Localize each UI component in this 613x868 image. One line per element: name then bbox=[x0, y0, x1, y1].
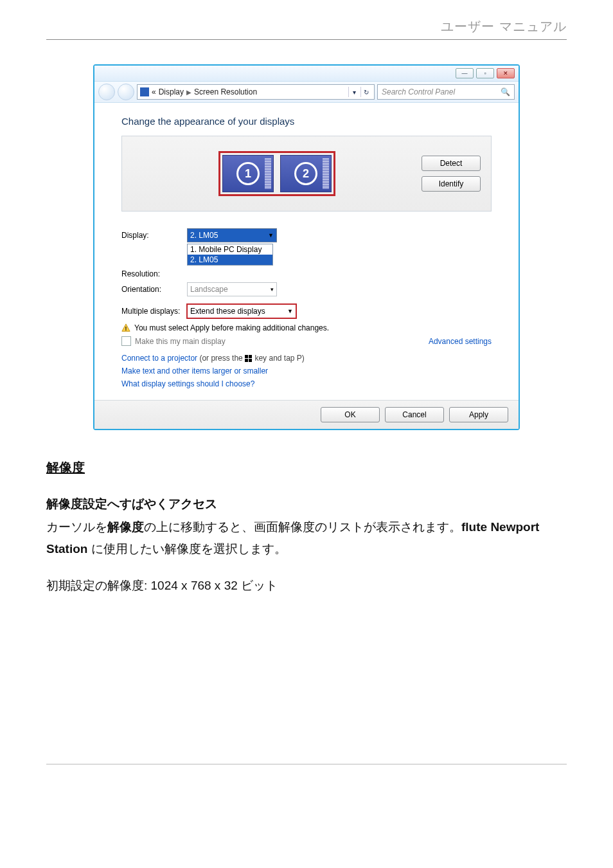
orientation-dropdown[interactable]: Landscape ▾ bbox=[187, 282, 277, 296]
windows-key-icon bbox=[245, 355, 253, 363]
multiple-displays-dropdown[interactable]: Extend these displays ▼ bbox=[187, 304, 296, 318]
identify-button[interactable]: Identify bbox=[422, 176, 481, 192]
display-dropdown-value: 2. LM05 bbox=[190, 231, 218, 240]
projector-link-text: Connect to a projector bbox=[121, 354, 197, 363]
dialog-footer: OK Cancel Apply bbox=[94, 400, 519, 429]
advanced-settings-link[interactable]: Advanced settings bbox=[429, 337, 492, 346]
page-header: ユーザー マニュアル bbox=[46, 18, 567, 40]
breadcrumb-display[interactable]: Display bbox=[159, 87, 184, 96]
display-option-1[interactable]: 1. Mobile PC Display bbox=[188, 244, 272, 255]
control-panel-icon bbox=[140, 87, 149, 96]
text-size-link[interactable]: Make text and other items larger or smal… bbox=[121, 366, 492, 375]
display-label: Display: bbox=[121, 231, 187, 240]
forward-button[interactable] bbox=[118, 84, 134, 100]
svg-rect-2 bbox=[245, 355, 248, 358]
projector-hint-a: (or press the bbox=[197, 354, 245, 363]
resolution-label: Resolution: bbox=[121, 269, 187, 278]
orientation-value: Landscape bbox=[190, 285, 228, 294]
maximize-button[interactable]: ▫ bbox=[476, 68, 494, 78]
address-dropdown-icon[interactable]: ▾ bbox=[348, 87, 359, 97]
nav-bar: « Display ▶ Screen Resolution ▾ ↻ Search… bbox=[94, 81, 519, 103]
svg-rect-4 bbox=[245, 359, 248, 362]
multiple-displays-value: Extend these displays bbox=[190, 307, 265, 316]
warning-icon: ! bbox=[121, 323, 130, 332]
display-dropdown-list[interactable]: 1. Mobile PC Display 2. LM05 bbox=[187, 244, 273, 266]
svg-rect-5 bbox=[249, 359, 252, 362]
svg-rect-3 bbox=[249, 355, 252, 358]
ok-button[interactable]: OK bbox=[321, 407, 380, 422]
cancel-button[interactable]: Cancel bbox=[385, 407, 444, 422]
orientation-label: Orientation: bbox=[121, 285, 187, 294]
monitor-1[interactable]: 1 bbox=[222, 155, 274, 192]
chevron-down-icon: ▼ bbox=[268, 232, 274, 239]
apply-button[interactable]: Apply bbox=[449, 407, 508, 422]
display-option-2[interactable]: 2. LM05 bbox=[188, 255, 272, 265]
apply-warning: ! You must select Apply before making ad… bbox=[121, 323, 492, 332]
chevron-down-icon: ▼ bbox=[287, 308, 293, 314]
paragraph-1: カーソルを解像度の上に移動すると、画面解像度のリストが表示されます。flute … bbox=[46, 516, 567, 560]
breadcrumb-prefix: « bbox=[152, 87, 156, 96]
page-footer-rule bbox=[46, 764, 567, 764]
which-settings-link[interactable]: What display settings should I choose? bbox=[121, 379, 492, 388]
minimize-button[interactable]: — bbox=[456, 68, 474, 78]
connect-projector-link[interactable]: Connect to a projector (or press the key… bbox=[121, 354, 492, 363]
paragraph-2: 初期設定の解像度: 1024 x 768 x 32 ビット bbox=[46, 575, 567, 597]
projector-hint-b: key and tap P) bbox=[253, 354, 305, 363]
window-titlebar: — ▫ ✕ bbox=[94, 66, 519, 81]
warning-text: You must select Apply before making addi… bbox=[134, 323, 329, 332]
monitor-1-number: 1 bbox=[236, 162, 260, 185]
display-preview: 1 2 Detect Identify bbox=[121, 136, 492, 212]
subsection-heading: 解像度設定へすばやくアクセス bbox=[46, 493, 567, 515]
detect-button[interactable]: Detect bbox=[422, 156, 481, 171]
close-button[interactable]: ✕ bbox=[497, 68, 515, 78]
back-button[interactable] bbox=[98, 84, 115, 100]
refresh-icon[interactable]: ↻ bbox=[360, 87, 371, 97]
main-display-label: Make this my main display bbox=[135, 337, 226, 346]
search-placeholder: Search Control Panel bbox=[382, 87, 455, 96]
breadcrumb-separator: ▶ bbox=[186, 89, 191, 96]
monitor-highlight-box: 1 2 bbox=[218, 151, 335, 196]
svg-text:!: ! bbox=[125, 325, 127, 332]
chevron-down-icon: ▾ bbox=[271, 286, 274, 293]
monitor-2-number: 2 bbox=[294, 162, 317, 185]
search-icon: 🔍 bbox=[501, 87, 510, 96]
search-input[interactable]: Search Control Panel 🔍 bbox=[377, 84, 515, 100]
page-title: Change the appearance of your displays bbox=[121, 116, 492, 127]
document-body: 解像度 解像度設定へすばやくアクセス カーソルを解像度の上に移動すると、画面解像… bbox=[46, 456, 567, 597]
multiple-displays-label: Multiple displays: bbox=[121, 307, 187, 316]
monitor-2[interactable]: 2 bbox=[280, 155, 332, 192]
screen-resolution-window: — ▫ ✕ « Display ▶ Screen Resolution ▾ ↻ … bbox=[93, 64, 520, 430]
breadcrumb-screen-resolution[interactable]: Screen Resolution bbox=[194, 87, 257, 96]
main-display-checkbox[interactable] bbox=[121, 336, 131, 346]
section-heading: 解像度 bbox=[46, 456, 567, 479]
address-bar[interactable]: « Display ▶ Screen Resolution ▾ ↻ bbox=[137, 84, 375, 100]
display-dropdown[interactable]: 2. LM05 ▼ bbox=[187, 228, 277, 242]
